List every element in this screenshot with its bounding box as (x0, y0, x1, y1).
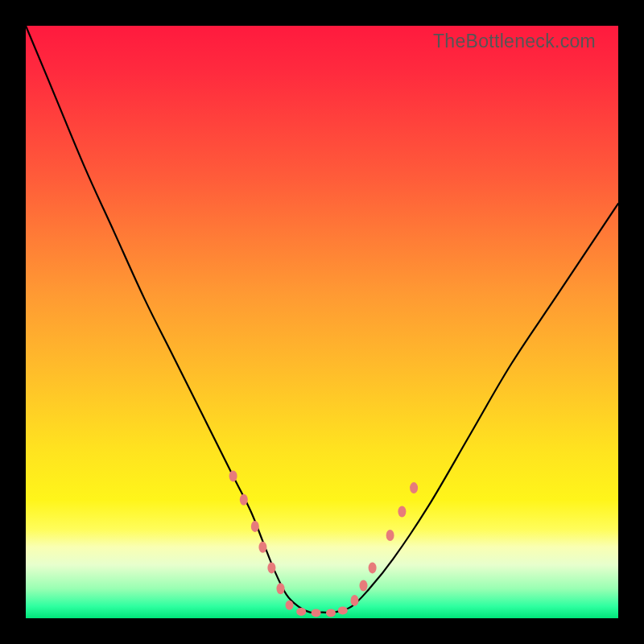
curve-marker (326, 609, 336, 617)
curve-marker (251, 521, 259, 532)
curve-marker (240, 494, 248, 506)
curve-marker (258, 542, 266, 553)
chart-container: TheBottleneck.com (0, 0, 644, 644)
curve-marker (351, 595, 359, 606)
curve-marker (338, 606, 348, 614)
bottleneck-curve-path (26, 26, 618, 613)
curve-svg (26, 26, 618, 618)
curve-marker (312, 609, 321, 617)
curve-marker (296, 608, 306, 616)
plot-area: TheBottleneck.com (26, 26, 618, 618)
marker-group (229, 470, 418, 617)
curve-marker (386, 530, 394, 541)
curve-marker (286, 601, 294, 610)
curve-marker (277, 583, 285, 594)
curve-marker (410, 482, 418, 493)
curve-marker (369, 562, 377, 573)
curve-marker (229, 470, 237, 481)
curve-marker (267, 562, 275, 573)
attribution-text: TheBottleneck.com (433, 31, 596, 52)
curve-marker (398, 506, 406, 518)
curve-marker (360, 580, 368, 592)
